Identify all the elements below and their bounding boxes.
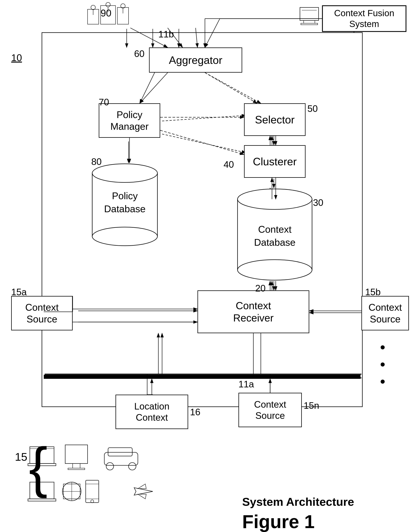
- svg-rect-60: [68, 468, 85, 470]
- svg-point-64: [129, 463, 136, 470]
- diagram-container: 10 90 Context Fusion System 11b Aggregat…: [0, 0, 416, 532]
- policy-database-cylinder: Policy Database: [91, 163, 158, 247]
- svg-line-101: [196, 28, 198, 48]
- svg-point-63: [106, 463, 114, 470]
- svg-text:Database: Database: [104, 203, 146, 214]
- selector-box: Selector: [244, 103, 306, 136]
- svg-line-13: [162, 115, 246, 121]
- system-id-label: 10: [11, 52, 22, 63]
- clusterer-box: Clusterer: [244, 145, 306, 178]
- context-source-15b-box: Context Source: [361, 296, 409, 330]
- system-architecture-label: System Architecture: [242, 495, 354, 508]
- label-40: 40: [224, 159, 234, 170]
- label-80: 80: [91, 156, 102, 167]
- svg-rect-59: [73, 464, 80, 468]
- svg-point-37: [106, 2, 110, 7]
- svg-rect-42: [304, 20, 315, 23]
- svg-line-11: [205, 73, 261, 103]
- svg-line-80: [205, 73, 257, 103]
- svg-line-14: [162, 134, 246, 153]
- aggregator-box: Aggregator: [149, 48, 242, 73]
- label-16: 16: [190, 407, 200, 418]
- label-50: 50: [307, 103, 318, 114]
- context-source-15n-box: Context Source: [238, 393, 302, 427]
- location-context-box: Location Context: [116, 395, 188, 429]
- label-30: 30: [313, 197, 323, 208]
- devices-illustration: [26, 443, 175, 514]
- label-15n: 15n: [304, 400, 319, 411]
- svg-rect-3: [42, 33, 362, 407]
- svg-rect-61: [104, 452, 138, 465]
- continuation-dots-15b: •••: [380, 339, 386, 390]
- svg-marker-76: [138, 484, 146, 489]
- label-15b: 15b: [365, 287, 381, 297]
- label-60: 60: [134, 48, 145, 59]
- svg-rect-43: [301, 23, 318, 25]
- context-database-cylinder: Context Database: [237, 188, 313, 281]
- context-source-15a-box: Context Source: [11, 296, 73, 330]
- svg-line-103: [205, 19, 220, 48]
- svg-point-35: [91, 5, 95, 10]
- svg-text:Database: Database: [254, 237, 296, 248]
- svg-rect-62: [108, 448, 132, 456]
- svg-rect-66: [28, 499, 56, 501]
- svg-rect-96: [44, 375, 360, 379]
- svg-point-52: [92, 227, 158, 246]
- label-70: 70: [99, 97, 109, 108]
- svg-line-83: [160, 130, 244, 154]
- label-15: 15: [15, 450, 27, 463]
- context-receiver-box: Context Receiver: [198, 290, 309, 333]
- computer-illustration: [296, 2, 324, 30]
- svg-point-46: [238, 189, 312, 209]
- svg-rect-41: [300, 8, 318, 20]
- svg-rect-71: [86, 480, 99, 503]
- label-15a: 15a: [11, 287, 27, 297]
- svg-point-74: [91, 500, 94, 503]
- svg-marker-77: [138, 494, 146, 499]
- brace-15: {: [29, 445, 48, 490]
- label-11a: 11a: [238, 379, 254, 390]
- svg-point-47: [238, 260, 312, 280]
- svg-text:Context: Context: [258, 224, 292, 235]
- label-20: 20: [255, 283, 266, 294]
- label-11b: 11b: [158, 29, 174, 40]
- figure-1-label: Figure 1: [242, 511, 315, 532]
- svg-rect-58: [65, 445, 88, 464]
- svg-point-51: [92, 164, 158, 182]
- policy-manager-box: Policy Manager: [99, 103, 160, 138]
- svg-line-12: [140, 73, 155, 103]
- people-illustration: [86, 2, 160, 30]
- svg-line-81: [140, 73, 168, 103]
- svg-text:Policy: Policy: [112, 190, 138, 201]
- context-fusion-system-box: Context Fusion System: [322, 6, 406, 32]
